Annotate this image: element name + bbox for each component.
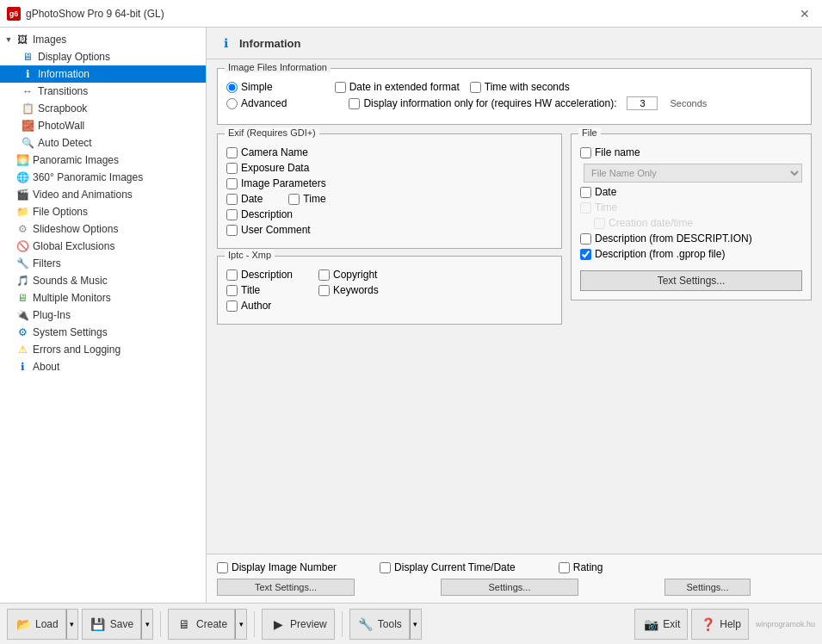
cb-display-current-time[interactable]: Display Current Time/Date bbox=[380, 561, 516, 573]
sidebar-item-about[interactable]: ▶ ℹ About bbox=[0, 358, 206, 375]
text-settings-number-button[interactable]: Text Settings... bbox=[217, 579, 355, 596]
tools-label: Tools bbox=[378, 618, 402, 630]
sidebar-label-system: System Settings bbox=[33, 326, 108, 338]
save-icon: 💾 bbox=[90, 616, 107, 633]
sidebar-item-information[interactable]: ℹ Information bbox=[0, 65, 206, 83]
cb-file-date-text: Date bbox=[595, 186, 616, 198]
text-settings-file-button[interactable]: Text Settings... bbox=[580, 270, 802, 291]
cb-iptc-keywords[interactable]: Keywords bbox=[318, 284, 379, 296]
seconds-input[interactable] bbox=[627, 96, 658, 110]
sidebar-item-images[interactable]: ▼ 🖼 Images bbox=[0, 31, 206, 48]
panoramic-360-icon: 🌐 bbox=[15, 170, 29, 184]
sidebar-label-plugins: Plug-Ins bbox=[33, 309, 71, 321]
separator-2 bbox=[254, 611, 255, 637]
settings-time-button[interactable]: Settings... bbox=[441, 579, 578, 596]
load-button[interactable]: 📂 Load bbox=[7, 609, 66, 640]
sidebar-item-panoramic[interactable]: ▶ 🌅 Panoramic Images bbox=[0, 152, 206, 169]
sidebar-item-system[interactable]: ▶ ⚙ System Settings bbox=[0, 324, 206, 341]
sidebar-label-scrapbook: Scrapbook bbox=[38, 102, 87, 115]
cb-iptc-copyright[interactable]: Copyright bbox=[318, 269, 377, 281]
tools-button[interactable]: 🔧 Tools bbox=[349, 609, 410, 640]
save-button[interactable]: 💾 Save bbox=[82, 609, 141, 640]
cb-image-parameters[interactable]: Image Parameters bbox=[226, 177, 326, 189]
tree-toggle-images[interactable]: ▼ bbox=[3, 34, 14, 45]
cb-iptc-description[interactable]: Description bbox=[226, 269, 293, 281]
sidebar-label-display-options: Display Options bbox=[38, 51, 110, 63]
cb-file-date[interactable]: Date bbox=[580, 186, 616, 198]
cb-rating[interactable]: Rating bbox=[559, 561, 603, 573]
sidebar-item-photowall[interactable]: 🧱 PhotoWall bbox=[0, 117, 206, 134]
help-button[interactable]: ❓ Help bbox=[691, 609, 749, 640]
sidebar-item-slideshow[interactable]: ▶ ⚙ Slideshow Options bbox=[0, 220, 206, 238]
create-dropdown[interactable]: ▾ bbox=[235, 609, 247, 640]
sidebar-item-transitions[interactable]: ↔ Transitions bbox=[0, 83, 206, 100]
sidebar-item-filters[interactable]: ▶ 🔧 Filters bbox=[0, 255, 206, 272]
cb-exif-time[interactable]: Time bbox=[288, 193, 325, 205]
sidebar-item-panoramic-360[interactable]: ▶ 🌐 360° Panoramic Images bbox=[0, 169, 206, 186]
cb-iptc-title[interactable]: Title bbox=[226, 284, 260, 296]
file-title: File bbox=[578, 127, 601, 138]
cb-date-extended-label[interactable]: Date in extended format bbox=[335, 81, 460, 93]
sidebar-item-scrapbook[interactable]: 📋 Scrapbook bbox=[0, 100, 206, 117]
exit-button[interactable]: 📷 Exit bbox=[634, 609, 688, 640]
radio-advanced-label[interactable]: Advanced bbox=[226, 97, 287, 109]
sidebar-item-sounds[interactable]: ▶ 🎵 Sounds & Music bbox=[0, 272, 206, 289]
radio-simple-label[interactable]: Simple bbox=[226, 81, 273, 93]
cb-display-image-number[interactable]: Display Image Number bbox=[217, 561, 337, 573]
cb-display-info[interactable] bbox=[349, 98, 360, 109]
cb-file-name[interactable]: File name bbox=[580, 146, 640, 158]
cb-user-comment[interactable]: User Comment bbox=[226, 224, 311, 236]
cb-file-name-text: File name bbox=[595, 146, 640, 158]
radio-advanced[interactable] bbox=[226, 98, 238, 109]
sidebar-label-slideshow: Slideshow Options bbox=[33, 223, 118, 235]
file-options-icon: 📁 bbox=[15, 205, 29, 219]
file-time-row: Time bbox=[580, 201, 802, 214]
load-btn-group: 📂 Load ▾ bbox=[7, 609, 78, 640]
cb-date-extended-text: Date in extended format bbox=[349, 81, 460, 93]
cb-exposure-data[interactable]: Exposure Data bbox=[226, 162, 309, 174]
file-name-select[interactable]: File Name Only bbox=[584, 164, 802, 183]
sidebar-label-photowall: PhotoWall bbox=[38, 120, 84, 132]
sidebar-item-monitors[interactable]: ▶ 🖥 Multiple Monitors bbox=[0, 289, 206, 307]
bottom-checkboxes-row: Display Image Number Display Current Tim… bbox=[217, 561, 812, 573]
sidebar-item-auto-detect[interactable]: 🔍 Auto Detect bbox=[0, 134, 206, 152]
cb-description-descript[interactable]: Description (from DESCRIPT.ION) bbox=[580, 232, 752, 245]
load-dropdown[interactable]: ▾ bbox=[66, 609, 78, 640]
cb-camera-name[interactable]: Camera Name bbox=[226, 146, 308, 158]
settings-rating-button[interactable]: Settings... bbox=[664, 579, 751, 596]
cb-iptc-author[interactable]: Author bbox=[226, 300, 271, 312]
create-button[interactable]: 🖥 Create bbox=[168, 609, 235, 640]
cb-description-gprop[interactable]: Description (from .gprop file) bbox=[580, 248, 725, 260]
sidebar-label-monitors: Multiple Monitors bbox=[33, 292, 111, 304]
cb-display-info-text: Display information only for (requires H… bbox=[363, 97, 616, 109]
cb-creation-date[interactable]: Creation date/time bbox=[594, 217, 693, 229]
sidebar-item-plugins[interactable]: ▶ 🔌 Plug-Ins bbox=[0, 307, 206, 324]
tools-dropdown[interactable]: ▾ bbox=[410, 609, 422, 640]
sidebar-item-display-options[interactable]: 🖥 Display Options bbox=[0, 48, 206, 65]
create-label: Create bbox=[196, 618, 227, 630]
title-bar: g6 gPhotoShow Pro 9 64-bit (GL) ✕ bbox=[0, 0, 822, 28]
cb-file-time-text: Time bbox=[595, 201, 617, 214]
sidebar-item-video[interactable]: ▶ 🎬 Video and Animations bbox=[0, 186, 206, 203]
images-icon: 🖼 bbox=[15, 33, 29, 46]
cb-exif-description[interactable]: Description bbox=[226, 208, 293, 220]
sidebar: ▼ 🖼 Images 🖥 Display Options ℹ Informati… bbox=[0, 28, 207, 603]
sidebar-item-file-options[interactable]: ▶ 📁 File Options bbox=[0, 203, 206, 220]
transitions-icon: ↔ bbox=[21, 84, 34, 98]
sidebar-item-global-exclusions[interactable]: ▶ 🚫 Global Exclusions bbox=[0, 238, 206, 255]
sidebar-item-errors[interactable]: ▶ ⚠ Errors and Logging bbox=[0, 341, 206, 358]
save-dropdown[interactable]: ▾ bbox=[141, 609, 153, 640]
cb-file-time[interactable]: Time bbox=[580, 201, 617, 214]
file-name-row: File name bbox=[580, 146, 802, 158]
close-button[interactable]: ✕ bbox=[794, 3, 815, 24]
file-name-select-row: File Name Only bbox=[580, 162, 802, 186]
preview-button[interactable]: ▶ Preview bbox=[262, 609, 335, 640]
cb-time-seconds[interactable] bbox=[470, 82, 481, 93]
cb-exif-date[interactable]: Date bbox=[226, 193, 263, 205]
radio-simple[interactable] bbox=[226, 82, 238, 93]
cb-time-seconds-label[interactable]: Time with seconds bbox=[470, 81, 570, 93]
cb-display-info-label[interactable]: Display information only for (requires H… bbox=[349, 97, 616, 109]
creation-date-row: Creation date/time bbox=[580, 217, 802, 229]
cb-date-extended[interactable] bbox=[335, 82, 346, 93]
exif-exposure-row: Exposure Data bbox=[226, 162, 553, 174]
